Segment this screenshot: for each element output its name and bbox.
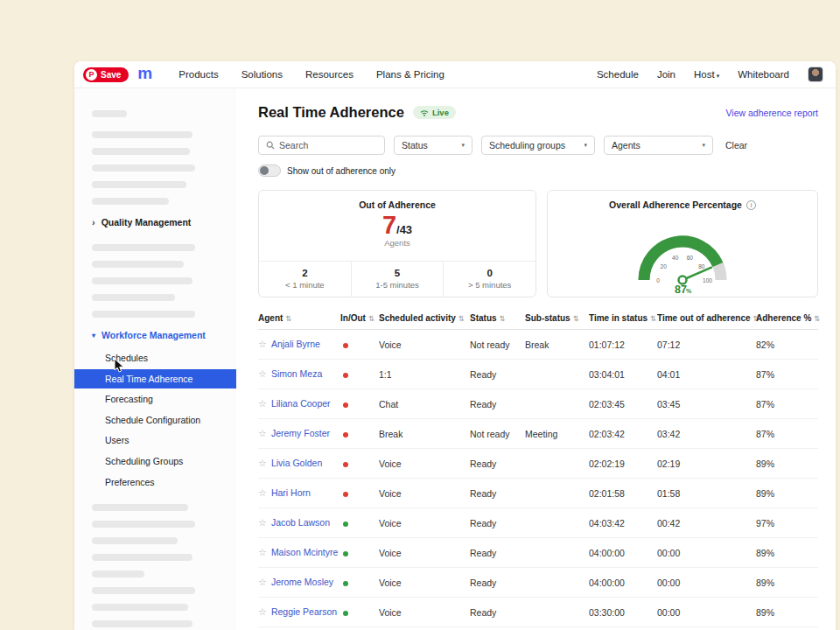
star-icon[interactable]: ☆	[258, 428, 267, 438]
breakdown-cell: 0 > 5 minutes	[443, 262, 536, 297]
skeleton-bar	[92, 198, 169, 205]
nav-item-host[interactable]: Host▾	[694, 69, 719, 80]
star-icon[interactable]: ☆	[258, 398, 267, 409]
star-icon[interactable]: ☆	[258, 487, 267, 498]
skeleton-bar	[92, 164, 195, 172]
cell-time-in-status: 03:04:01	[589, 360, 657, 389]
nav-item-whiteboard[interactable]: Whiteboard	[738, 69, 789, 80]
column-header-agent[interactable]: Agent⇅	[258, 313, 340, 330]
column-header-time-out-of-adherence[interactable]: Time out of adherence⇅	[657, 313, 756, 330]
agent-name-link[interactable]: Simon Meza	[271, 368, 322, 379]
agent-name-link[interactable]: Jeremy Foster	[271, 428, 330, 438]
cell-status: Ready	[470, 538, 525, 568]
scheduling-groups-dropdown[interactable]: Scheduling groups ▾	[481, 136, 595, 155]
star-icon[interactable]: ☆	[258, 577, 267, 587]
skeleton-bar	[92, 261, 184, 268]
sidebar-item-schedule-configuration[interactable]: Schedule Configuration	[74, 410, 236, 430]
sidebar-item-label: Workforce Management	[102, 330, 206, 340]
skeleton-bar	[92, 311, 195, 318]
cell-inout	[340, 538, 379, 568]
agent-name-link[interactable]: Reggie Pearson	[271, 606, 337, 617]
star-icon[interactable]: ☆	[258, 458, 267, 468]
table-row: ☆Reggie PearsonVoiceReady03:30:0000:0089…	[258, 598, 818, 627]
table-row: ☆Hari HornVoiceReady02:01:5801:5889%	[258, 479, 818, 508]
cell-inout	[340, 360, 379, 389]
table-row: ☆Simon Meza1:1Ready03:04:0104:0187%	[258, 360, 818, 389]
star-icon[interactable]: ☆	[258, 517, 267, 528]
sidebar-item-real-time-adherence[interactable]: Real Time Adherence	[74, 369, 236, 389]
sidebar-item-preferences[interactable]: Preferences	[74, 472, 236, 493]
star-icon[interactable]: ☆	[258, 339, 267, 349]
skeleton-bar	[92, 620, 192, 627]
sidebar-item-label: Quality Management	[102, 217, 192, 228]
clear-filters-button[interactable]: Clear	[725, 140, 747, 150]
main-content: Real Time Adherence Live View adherence …	[236, 88, 836, 630]
inout-status-dot	[343, 581, 348, 586]
nav-item-join[interactable]: Join	[657, 69, 676, 80]
column-header-inout[interactable]: In/Out⇅	[340, 313, 379, 330]
agent-name-link[interactable]: Jacob Lawson	[271, 517, 330, 528]
sort-icon: ⇅	[500, 314, 506, 323]
info-icon[interactable]: i	[746, 200, 756, 210]
star-icon[interactable]: ☆	[258, 368, 267, 379]
nav-item-resources[interactable]: Resources	[305, 69, 354, 80]
card-title: Out of Adherence	[259, 200, 536, 210]
cell-sub-status	[525, 479, 589, 508]
inout-status-dot	[343, 343, 348, 348]
agent-name-link[interactable]: Hari Horn	[271, 487, 311, 498]
cell-sub-status: Meeting	[525, 419, 589, 449]
pinterest-save-button[interactable]: P Save	[83, 67, 129, 82]
agents-table: Agent⇅ In/Out⇅ Scheduled activity⇅ Statu…	[258, 313, 818, 627]
agent-name-link[interactable]: Anjali Byrne	[271, 339, 320, 349]
cell-scheduled-activity: Voice	[379, 508, 470, 538]
nav-item-products[interactable]: Products	[178, 69, 218, 80]
nav-item-schedule[interactable]: Schedule	[597, 69, 639, 80]
cell-adherence: 87%	[756, 419, 818, 449]
chevron-down-icon: ▾	[717, 73, 720, 79]
avatar[interactable]	[808, 66, 823, 82]
sidebar-item-users[interactable]: Users	[74, 430, 236, 451]
column-header-sub-status[interactable]: Sub-status⇅	[525, 313, 589, 330]
cell-status: Not ready	[470, 330, 525, 360]
column-header-time-in-status[interactable]: Time in status⇅	[589, 313, 657, 330]
view-adherence-report-link[interactable]: View adherence report	[726, 108, 818, 118]
agent-name-link[interactable]: Livia Golden	[271, 458, 322, 468]
sidebar: › Quality Management ▾ Workforce Managem…	[74, 88, 236, 630]
sidebar-item-workforce-management[interactable]: ▾ Workforce Management	[74, 323, 236, 347]
agent-name-link[interactable]: Liliana Cooper	[271, 398, 331, 409]
cell-scheduled-activity: 1:1	[379, 360, 470, 389]
star-icon[interactable]: ☆	[258, 547, 267, 557]
chevron-right-icon: ›	[92, 217, 95, 228]
sidebar-item-schedules[interactable]: Schedules	[74, 348, 236, 368]
search-input[interactable]: Search	[258, 136, 385, 155]
column-header-adherence[interactable]: Adherence %⇅	[756, 313, 818, 330]
cell-time-out-of-adherence: 00:00	[657, 568, 756, 598]
agents-dropdown[interactable]: Agents ▾	[604, 136, 713, 155]
status-dropdown[interactable]: Status ▾	[394, 136, 472, 155]
agent-name-link[interactable]: Jerome Mosley	[271, 577, 333, 587]
skeleton-bar	[92, 148, 190, 155]
column-header-status[interactable]: Status⇅	[470, 313, 525, 330]
cell-agent: ☆Livia Golden	[258, 449, 340, 479]
cell-time-out-of-adherence: 07:12	[657, 330, 756, 360]
cell-sub-status	[525, 598, 589, 627]
nav-item-solutions[interactable]: Solutions	[242, 69, 283, 80]
sidebar-item-forecasting[interactable]: Forecasting	[74, 389, 236, 410]
show-out-of-adherence-toggle[interactable]	[258, 164, 281, 177]
column-header-scheduled-activity[interactable]: Scheduled activity⇅	[379, 313, 470, 330]
star-icon[interactable]: ☆	[258, 606, 267, 617]
chevron-down-icon: ▾	[461, 142, 465, 149]
adherence-breakdown: 2 < 1 minute 5 1-5 minutes 0 > 5 minutes	[259, 261, 536, 297]
inout-status-dot	[343, 402, 348, 408]
cell-agent: ☆Liliana Cooper	[258, 389, 340, 419]
inout-status-dot	[343, 492, 348, 497]
cell-status: Ready	[470, 389, 525, 419]
sidebar-item-quality-management[interactable]: › Quality Management	[74, 210, 236, 234]
brand-logo[interactable]: m	[137, 64, 152, 83]
sidebar-item-scheduling-groups[interactable]: Scheduling Groups	[74, 452, 236, 472]
cell-sub-status	[525, 389, 589, 419]
inout-status-dot	[343, 462, 348, 467]
skeleton-bar	[92, 294, 175, 301]
nav-item-plans-pricing[interactable]: Plans & Pricing	[376, 69, 444, 80]
agent-name-link[interactable]: Maison Mcintyre	[271, 547, 338, 557]
